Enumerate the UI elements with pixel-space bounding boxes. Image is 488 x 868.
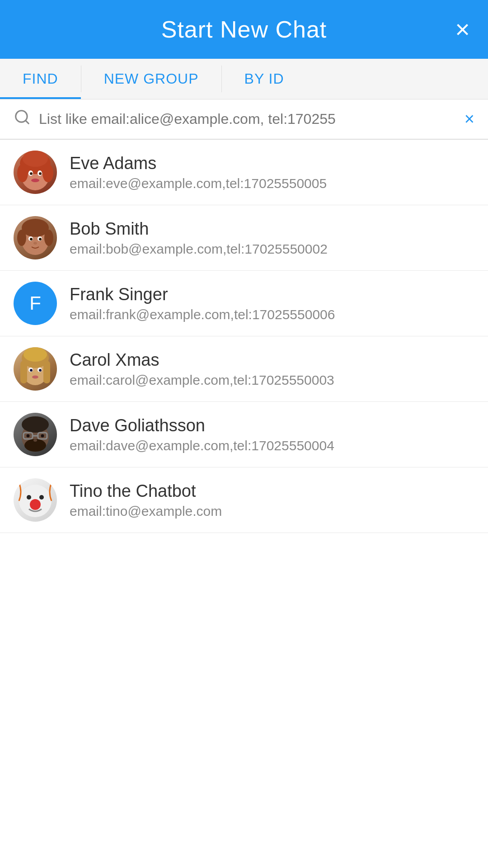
contact-detail: email:frank@example.com,tel:17025550006 <box>70 307 474 322</box>
list-item[interactable]: Dave Goliathsson email:dave@example.com,… <box>0 402 488 467</box>
list-item[interactable]: Eve Adams email:eve@example.com,tel:1702… <box>0 140 488 205</box>
avatar <box>14 151 57 194</box>
contact-info: Dave Goliathsson email:dave@example.com,… <box>70 416 474 453</box>
svg-point-19 <box>39 238 42 241</box>
svg-point-18 <box>30 238 33 241</box>
svg-point-14 <box>17 230 26 246</box>
svg-point-10 <box>39 172 42 175</box>
contact-detail: email:eve@example.com,tel:17025550005 <box>70 176 474 191</box>
contact-detail: email:carol@example.com,tel:17025550003 <box>70 373 474 388</box>
contact-info: Carol Xmas email:carol@example.com,tel:1… <box>70 350 474 388</box>
svg-point-4 <box>17 164 28 182</box>
svg-point-5 <box>42 164 53 182</box>
contact-list: Eve Adams email:eve@example.com,tel:1702… <box>0 140 488 533</box>
svg-point-29 <box>39 369 42 372</box>
svg-point-25 <box>23 347 47 362</box>
list-item[interactable]: F Frank Singer email:frank@example.com,t… <box>0 271 488 336</box>
avatar <box>14 347 57 391</box>
svg-point-43 <box>39 495 44 500</box>
tabs-bar: FIND NEW GROUP BY ID <box>0 59 488 99</box>
svg-point-41 <box>30 499 41 510</box>
svg-point-32 <box>22 416 49 433</box>
search-clear-icon[interactable]: × <box>465 109 474 129</box>
svg-point-6 <box>23 151 48 167</box>
contact-info: Eve Adams email:eve@example.com,tel:1702… <box>70 154 474 191</box>
contact-detail: email:dave@example.com,tel:17025550004 <box>70 438 474 453</box>
search-icon <box>14 108 31 130</box>
contact-info: Bob Smith email:bob@example.com,tel:1702… <box>70 219 474 257</box>
contact-name: Tino the Chatbot <box>70 481 474 501</box>
contact-name: Frank Singer <box>70 285 474 304</box>
avatar <box>14 478 57 522</box>
header: Start New Chat × <box>0 0 488 59</box>
svg-point-11 <box>31 179 39 182</box>
contact-name: Dave Goliathsson <box>70 416 474 435</box>
svg-point-15 <box>44 230 53 246</box>
contact-detail: email:tino@example.com <box>70 504 474 519</box>
svg-point-42 <box>27 495 31 500</box>
tab-find[interactable]: FIND <box>0 59 81 99</box>
contact-detail: email:bob@example.com,tel:17025550002 <box>70 241 474 257</box>
contact-info: Tino the Chatbot email:tino@example.com <box>70 481 474 519</box>
svg-point-9 <box>30 172 33 175</box>
svg-point-28 <box>30 369 33 372</box>
contact-name: Bob Smith <box>70 219 474 239</box>
list-item[interactable]: Bob Smith email:bob@example.com,tel:1702… <box>0 205 488 271</box>
svg-point-37 <box>41 434 44 438</box>
contact-name: Carol Xmas <box>70 350 474 370</box>
svg-line-1 <box>25 120 28 123</box>
contact-info: Frank Singer email:frank@example.com,tel… <box>70 285 474 322</box>
avatar: F <box>14 282 57 325</box>
svg-rect-23 <box>20 361 27 383</box>
search-bar: × <box>0 99 488 140</box>
close-button[interactable]: × <box>455 17 470 42</box>
tab-new-group[interactable]: NEW GROUP <box>81 59 221 99</box>
header-title: Start New Chat <box>161 16 327 43</box>
svg-point-20 <box>33 242 37 245</box>
search-input[interactable] <box>39 111 465 127</box>
list-item[interactable]: Carol Xmas email:carol@example.com,tel:1… <box>0 336 488 402</box>
avatar <box>14 216 57 259</box>
svg-point-30 <box>32 376 38 379</box>
tab-by-id[interactable]: BY ID <box>222 59 307 99</box>
svg-point-36 <box>27 434 30 438</box>
svg-rect-24 <box>43 361 50 383</box>
svg-point-13 <box>22 219 49 237</box>
contact-name: Eve Adams <box>70 154 474 173</box>
list-item[interactable]: Tino the Chatbot email:tino@example.com <box>0 467 488 533</box>
svg-point-39 <box>33 439 37 442</box>
avatar <box>14 413 57 456</box>
